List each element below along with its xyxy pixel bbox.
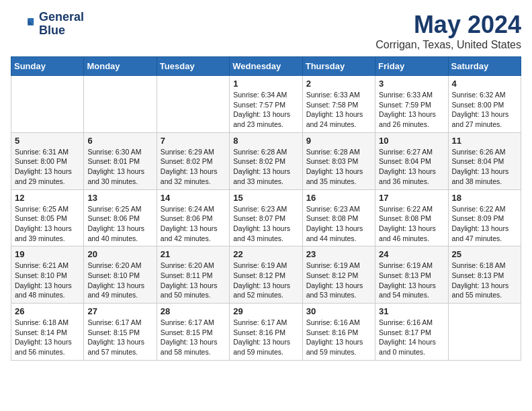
calendar-cell: 10Sunrise: 6:27 AM Sunset: 8:04 PM Dayli… bbox=[375, 132, 448, 189]
day-info: Sunrise: 6:29 AM Sunset: 8:02 PM Dayligh… bbox=[161, 147, 226, 187]
day-info: Sunrise: 6:33 AM Sunset: 7:59 PM Dayligh… bbox=[379, 90, 444, 130]
calendar-table: SundayMondayTuesdayWednesdayThursdayFrid… bbox=[11, 56, 521, 361]
calendar-cell: 6Sunrise: 6:30 AM Sunset: 8:01 PM Daylig… bbox=[84, 132, 157, 189]
day-info: Sunrise: 6:19 AM Sunset: 8:12 PM Dayligh… bbox=[306, 261, 371, 300]
calendar-week-row: 26Sunrise: 6:18 AM Sunset: 8:14 PM Dayli… bbox=[11, 304, 521, 361]
day-number: 12 bbox=[15, 193, 80, 203]
logo-icon bbox=[11, 12, 35, 36]
day-number: 29 bbox=[233, 306, 298, 316]
day-info: Sunrise: 6:32 AM Sunset: 8:00 PM Dayligh… bbox=[452, 90, 517, 130]
day-info: Sunrise: 6:23 AM Sunset: 8:07 PM Dayligh… bbox=[233, 204, 298, 244]
calendar-cell bbox=[448, 304, 521, 361]
day-number: 8 bbox=[233, 136, 298, 146]
calendar-cell: 7Sunrise: 6:29 AM Sunset: 8:02 PM Daylig… bbox=[157, 132, 229, 189]
day-info: Sunrise: 6:27 AM Sunset: 8:04 PM Dayligh… bbox=[379, 147, 444, 187]
day-number: 6 bbox=[87, 136, 152, 146]
logo: General Blue bbox=[11, 11, 84, 38]
calendar-cell: 11Sunrise: 6:26 AM Sunset: 8:04 PM Dayli… bbox=[448, 132, 521, 189]
day-number: 13 bbox=[87, 193, 152, 203]
day-of-week-header: Monday bbox=[84, 57, 157, 76]
day-number: 14 bbox=[161, 193, 226, 203]
calendar-cell: 29Sunrise: 6:17 AM Sunset: 8:16 PM Dayli… bbox=[230, 304, 302, 361]
day-info: Sunrise: 6:30 AM Sunset: 8:01 PM Dayligh… bbox=[87, 147, 152, 187]
calendar-week-row: 1Sunrise: 6:34 AM Sunset: 7:57 PM Daylig… bbox=[11, 76, 521, 133]
day-number: 5 bbox=[15, 136, 80, 146]
day-number: 28 bbox=[161, 306, 226, 316]
calendar-cell: 27Sunrise: 6:17 AM Sunset: 8:15 PM Dayli… bbox=[84, 304, 157, 361]
day-number: 7 bbox=[161, 136, 226, 146]
subtitle: Corrigan, Texas, United States bbox=[375, 39, 521, 51]
day-of-week-header: Thursday bbox=[302, 57, 375, 76]
calendar-week-row: 19Sunrise: 6:21 AM Sunset: 8:10 PM Dayli… bbox=[11, 246, 521, 304]
calendar-week-row: 5Sunrise: 6:31 AM Sunset: 8:00 PM Daylig… bbox=[11, 132, 521, 189]
calendar-cell: 20Sunrise: 6:20 AM Sunset: 8:10 PM Dayli… bbox=[84, 246, 157, 304]
calendar-cell: 18Sunrise: 6:22 AM Sunset: 8:09 PM Dayli… bbox=[448, 189, 521, 246]
day-info: Sunrise: 6:25 AM Sunset: 8:05 PM Dayligh… bbox=[15, 204, 80, 244]
calendar-cell: 30Sunrise: 6:16 AM Sunset: 8:16 PM Dayli… bbox=[302, 304, 375, 361]
day-number: 11 bbox=[452, 136, 517, 146]
day-number: 15 bbox=[233, 193, 298, 203]
day-info: Sunrise: 6:34 AM Sunset: 7:57 PM Dayligh… bbox=[233, 90, 298, 130]
day-number: 19 bbox=[15, 249, 80, 259]
day-info: Sunrise: 6:22 AM Sunset: 8:08 PM Dayligh… bbox=[379, 204, 444, 244]
day-info: Sunrise: 6:19 AM Sunset: 8:13 PM Dayligh… bbox=[379, 261, 444, 300]
day-number: 25 bbox=[452, 249, 517, 259]
calendar-cell: 9Sunrise: 6:28 AM Sunset: 8:03 PM Daylig… bbox=[302, 132, 375, 189]
day-info: Sunrise: 6:20 AM Sunset: 8:10 PM Dayligh… bbox=[87, 261, 152, 300]
day-info: Sunrise: 6:20 AM Sunset: 8:11 PM Dayligh… bbox=[161, 261, 226, 300]
day-info: Sunrise: 6:21 AM Sunset: 8:10 PM Dayligh… bbox=[15, 261, 80, 300]
calendar-cell: 24Sunrise: 6:19 AM Sunset: 8:13 PM Dayli… bbox=[375, 246, 448, 304]
calendar-body: 1Sunrise: 6:34 AM Sunset: 7:57 PM Daylig… bbox=[11, 76, 521, 361]
day-info: Sunrise: 6:26 AM Sunset: 8:04 PM Dayligh… bbox=[452, 147, 517, 187]
calendar-cell: 25Sunrise: 6:18 AM Sunset: 8:13 PM Dayli… bbox=[448, 246, 521, 304]
day-number: 27 bbox=[87, 306, 152, 316]
day-info: Sunrise: 6:31 AM Sunset: 8:00 PM Dayligh… bbox=[15, 147, 80, 187]
day-info: Sunrise: 6:16 AM Sunset: 8:16 PM Dayligh… bbox=[306, 318, 371, 357]
day-info: Sunrise: 6:16 AM Sunset: 8:17 PM Dayligh… bbox=[379, 318, 444, 357]
day-of-week-header: Wednesday bbox=[230, 57, 302, 76]
calendar-cell: 8Sunrise: 6:28 AM Sunset: 8:02 PM Daylig… bbox=[230, 132, 302, 189]
day-number: 4 bbox=[452, 79, 517, 89]
day-info: Sunrise: 6:33 AM Sunset: 7:58 PM Dayligh… bbox=[306, 90, 371, 130]
day-number: 26 bbox=[15, 306, 80, 316]
calendar-cell bbox=[11, 76, 84, 133]
calendar-cell: 4Sunrise: 6:32 AM Sunset: 8:00 PM Daylig… bbox=[448, 76, 521, 133]
main-title: May 2024 bbox=[375, 11, 521, 39]
calendar-cell: 23Sunrise: 6:19 AM Sunset: 8:12 PM Dayli… bbox=[302, 246, 375, 304]
day-number: 21 bbox=[161, 249, 226, 259]
logo-text: General Blue bbox=[39, 11, 84, 38]
day-number: 2 bbox=[306, 79, 371, 89]
calendar-cell: 16Sunrise: 6:23 AM Sunset: 8:08 PM Dayli… bbox=[302, 189, 375, 246]
day-of-week-header: Tuesday bbox=[157, 57, 229, 76]
calendar-cell: 14Sunrise: 6:24 AM Sunset: 8:06 PM Dayli… bbox=[157, 189, 229, 246]
day-number: 16 bbox=[306, 193, 371, 203]
day-number: 22 bbox=[233, 249, 298, 259]
calendar-cell bbox=[84, 76, 157, 133]
day-number: 9 bbox=[306, 136, 371, 146]
day-info: Sunrise: 6:28 AM Sunset: 8:03 PM Dayligh… bbox=[306, 147, 371, 187]
calendar-cell: 2Sunrise: 6:33 AM Sunset: 7:58 PM Daylig… bbox=[302, 76, 375, 133]
title-block: May 2024 Corrigan, Texas, United States bbox=[375, 11, 521, 51]
day-info: Sunrise: 6:17 AM Sunset: 8:16 PM Dayligh… bbox=[233, 318, 298, 357]
calendar-cell: 13Sunrise: 6:25 AM Sunset: 8:06 PM Dayli… bbox=[84, 189, 157, 246]
day-info: Sunrise: 6:28 AM Sunset: 8:02 PM Dayligh… bbox=[233, 147, 298, 187]
day-number: 18 bbox=[452, 193, 517, 203]
calendar-cell: 5Sunrise: 6:31 AM Sunset: 8:00 PM Daylig… bbox=[11, 132, 84, 189]
day-of-week-header: Saturday bbox=[448, 57, 521, 76]
calendar-cell: 19Sunrise: 6:21 AM Sunset: 8:10 PM Dayli… bbox=[11, 246, 84, 304]
calendar-cell: 22Sunrise: 6:19 AM Sunset: 8:12 PM Dayli… bbox=[230, 246, 302, 304]
calendar-cell: 21Sunrise: 6:20 AM Sunset: 8:11 PM Dayli… bbox=[157, 246, 229, 304]
calendar-cell: 31Sunrise: 6:16 AM Sunset: 8:17 PM Dayli… bbox=[375, 304, 448, 361]
calendar-cell: 17Sunrise: 6:22 AM Sunset: 8:08 PM Dayli… bbox=[375, 189, 448, 246]
calendar-cell bbox=[157, 76, 229, 133]
day-info: Sunrise: 6:19 AM Sunset: 8:12 PM Dayligh… bbox=[233, 261, 298, 300]
day-info: Sunrise: 6:24 AM Sunset: 8:06 PM Dayligh… bbox=[161, 204, 226, 244]
day-number: 31 bbox=[379, 306, 444, 316]
calendar-cell: 3Sunrise: 6:33 AM Sunset: 7:59 PM Daylig… bbox=[375, 76, 448, 133]
day-number: 23 bbox=[306, 249, 371, 259]
day-number: 1 bbox=[233, 79, 298, 89]
calendar-cell: 12Sunrise: 6:25 AM Sunset: 8:05 PM Dayli… bbox=[11, 189, 84, 246]
day-number: 3 bbox=[379, 79, 444, 89]
page-header: General Blue May 2024 Corrigan, Texas, U… bbox=[11, 11, 521, 51]
calendar-cell: 15Sunrise: 6:23 AM Sunset: 8:07 PM Dayli… bbox=[230, 189, 302, 246]
